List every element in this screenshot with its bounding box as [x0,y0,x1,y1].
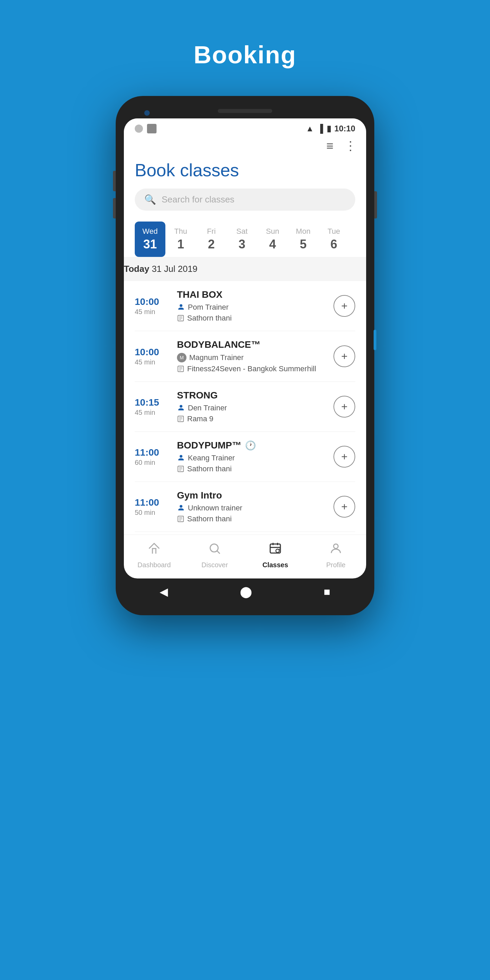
class-time-block: 11:00 50 min [135,497,169,517]
svg-point-9 [180,405,182,408]
class-location: Sathorn thani [177,514,325,523]
add-class-button[interactable]: + [334,345,355,367]
location-icon [177,314,185,322]
class-time: 10:00 [135,347,169,358]
status-sim [147,124,156,134]
svg-point-27 [276,549,279,553]
class-time: 10:15 [135,397,169,408]
class-time-block: 10:00 45 min [135,347,169,366]
class-time-block: 11:00 60 min [135,447,169,466]
cal-day-num: 1 [177,237,184,251]
speaker [218,109,272,113]
trainer-name: Den Trainer [188,404,227,412]
camera [144,110,150,116]
classes-nav-icon [269,542,282,558]
today-label: Today [124,264,150,274]
cal-day-name: Tue [327,227,340,236]
trainer-icon [177,404,185,412]
location-icon [177,515,185,523]
classes-nav-label: Classes [262,561,288,569]
class-item-0: 10:00 45 min THAI BOX Pom Trainer Sathor… [135,281,355,331]
nav-item-classes[interactable]: Classes [255,542,296,569]
discover-icon [208,542,221,555]
class-duration: 45 min [135,358,169,366]
side-indicator [374,330,376,350]
add-class-button[interactable]: + [334,295,355,317]
home-button[interactable]: ⬤ [240,585,252,598]
add-class-button[interactable]: + [334,496,355,517]
class-info: STRONG Den Trainer Rama 9 [177,390,325,423]
search-placeholder: Search for classes [162,194,234,205]
location-icon [177,365,185,372]
location-name: Fitness24Seven - Bangkok Summerhill [187,364,316,373]
location-icon [177,415,185,423]
volume-up-button[interactable] [113,171,116,191]
trainer-avatar: M [177,353,186,363]
power-button[interactable] [374,191,377,218]
location-name: Sathorn thani [187,465,232,473]
nav-item-discover[interactable]: Discover [194,542,235,569]
class-trainer: Unknown trainer [177,504,325,512]
profile-icon [329,542,343,555]
cal-day-name: Sun [266,227,279,236]
cal-day-num: 6 [331,237,337,251]
calendar-day-4[interactable]: Sun 4 [257,221,288,257]
calendar-day-31[interactable]: Wed 31 [135,221,165,257]
location-name: Sathorn thani [187,314,232,323]
battery-icon: ▮ [327,124,331,134]
calendar-day-2[interactable]: Fri 2 [196,221,227,257]
class-trainer: Pom Trainer [177,303,325,312]
more-options-icon[interactable]: ⋮ [344,139,356,153]
date-header: Today 31 Jul 2019 [124,257,366,281]
class-name: BODYBALANCE™ [177,339,325,350]
calendar-day-1[interactable]: Thu 1 [165,221,196,257]
class-time-block: 10:00 45 min [135,296,169,316]
classes-icon [269,542,282,555]
cal-day-name: Fri [207,227,216,236]
nav-item-dashboard[interactable]: Dashboard [134,542,175,569]
class-info: THAI BOX Pom Trainer Sathorn thani [177,289,325,323]
filter-icon[interactable]: ≡ [326,139,334,153]
svg-point-24 [210,544,218,552]
recent-apps-button[interactable]: ■ [324,585,330,598]
class-duration: 45 min [135,308,169,316]
page-title: Booking [194,41,296,69]
status-right: ▲ ▐ ▮ 10:10 [306,124,355,134]
class-time: 10:00 [135,296,169,307]
phone-screen: ▲ ▐ ▮ 10:10 ≡ ⋮ Book classes 🔍 Search fo… [124,118,366,579]
bottom-nav: Dashboard Discover Classes Profile [124,535,366,579]
class-item-4: 11:00 50 min Gym Intro Unknown trainer S… [135,482,355,532]
status-circle [135,124,143,133]
phone-top-bar [124,106,366,118]
calendar-day-3[interactable]: Sat 3 [227,221,257,257]
volume-down-button[interactable] [113,198,116,218]
class-duration: 60 min [135,459,169,466]
cal-day-num: 5 [300,237,307,251]
add-class-button[interactable]: + [334,446,355,468]
class-duration: 50 min [135,509,169,517]
back-button[interactable]: ◀ [159,585,168,598]
location-name: Rama 9 [187,414,213,423]
svg-point-19 [180,505,182,508]
dashboard-nav-label: Dashboard [137,561,171,569]
screen-title: Book classes [135,160,355,180]
clock-icon: 🕐 [245,440,256,451]
search-bar[interactable]: 🔍 Search for classes [135,189,355,211]
svg-point-14 [180,455,182,458]
calendar-day-5[interactable]: Mon 5 [288,221,318,257]
cal-day-name: Thu [174,227,187,236]
calendar-strip: Wed 31 Thu 1 Fri 2 Sat 3 Sun 4 Mon 5 Tue… [135,221,355,257]
trainer-icon [177,504,185,512]
location-icon [177,465,185,473]
class-location: Sathorn thani [177,314,325,323]
location-name: Sathorn thani [187,514,232,523]
profile-nav-icon [329,542,343,558]
search-icon: 🔍 [144,194,156,205]
calendar-day-6[interactable]: Tue 6 [318,221,349,257]
phone-nav-bar: ◀ ⬤ ■ [124,579,366,601]
app-bar: ≡ ⋮ [124,136,366,154]
add-class-button[interactable]: + [334,396,355,417]
class-name: BODYPUMP™ 🕐 [177,440,325,451]
nav-item-profile[interactable]: Profile [315,542,356,569]
class-item-3: 11:00 60 min BODYPUMP™ 🕐 Keang Trainer S… [135,432,355,482]
